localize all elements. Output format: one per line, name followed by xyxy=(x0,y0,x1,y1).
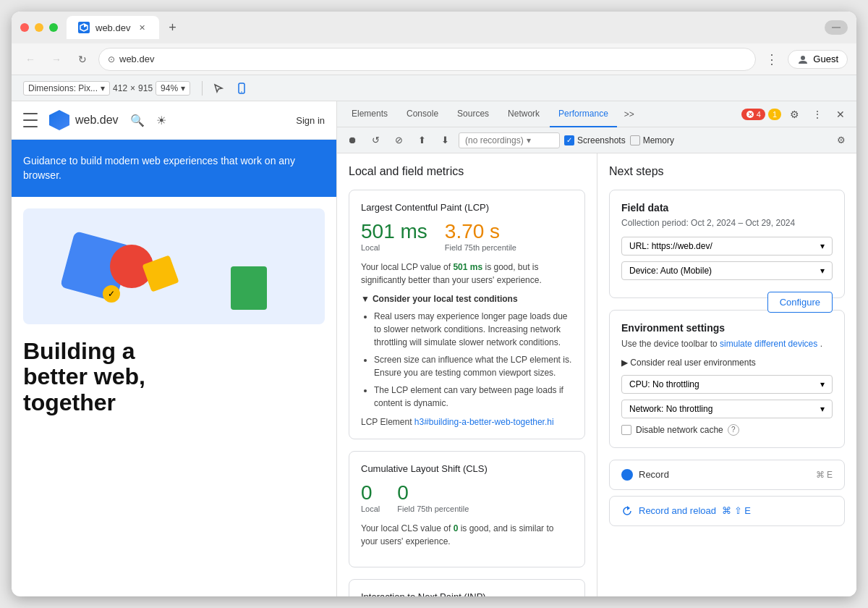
preview-illustration: ✓ xyxy=(23,208,325,324)
illustration-shape-4 xyxy=(231,266,267,310)
performance-toolbar: ⏺ ↺ ⊘ ⬆ ⬇ (no recordings) ▾ ✓ Screenshot… xyxy=(337,127,856,153)
performance-content: Local and field metrics Largest Contentf… xyxy=(337,153,856,596)
forward-button[interactable]: → xyxy=(46,49,67,69)
url-input[interactable]: ⊙ web.dev xyxy=(98,48,756,71)
record-reload-button[interactable]: Record and reload ⌘ ⇧ E xyxy=(609,496,845,526)
device-label: Device: Auto (Mobile) xyxy=(629,266,712,276)
field-data-card: Field data Collection period: Oct 2, 202… xyxy=(609,190,845,298)
zoom-value: 94% xyxy=(161,83,178,93)
chevron-down-icon: ▾ xyxy=(820,241,825,251)
toggle-device-button[interactable] xyxy=(231,78,252,98)
cls-description: Your local CLS value of 0 is good, and i… xyxy=(361,522,573,548)
lcp-local-group: 501 ms Local xyxy=(361,221,427,252)
devtools-settings-button[interactable]: ⚙ xyxy=(784,104,804,124)
zoom-dropdown[interactable]: 94% ▾ xyxy=(156,81,190,96)
maximize-window-button[interactable] xyxy=(49,23,58,32)
simulate-devices-link[interactable]: simulate different devices xyxy=(720,339,817,349)
configure-button[interactable]: Configure xyxy=(767,292,833,313)
upload-button[interactable]: ⬆ xyxy=(412,131,431,150)
inspect-element-button[interactable] xyxy=(208,78,229,98)
collection-period: Collection period: Oct 2, 2024 – Oct 29,… xyxy=(621,218,833,228)
checkbox-checked-icon: ✓ xyxy=(564,135,574,145)
devtools-tabs: Elements Console Sources Network Perform… xyxy=(337,101,856,127)
cpu-throttling-dropdown[interactable]: CPU: No throttling ▾ xyxy=(621,375,833,394)
warning-count-badge: 1 xyxy=(768,109,781,120)
consider-heading: ▼ Consider your local test conditions xyxy=(361,294,573,304)
main-area: web.dev 🔍 ☀ Sign in Guidance to build mo… xyxy=(12,101,856,596)
url-dropdown[interactable]: URL: https://web.dev/ ▾ xyxy=(621,237,833,256)
lcp-element-link[interactable]: h3#building-a-better-web-together.hi xyxy=(414,417,554,427)
minimize-window-button[interactable] xyxy=(35,23,43,32)
devtools-dimension-bar: Dimensions: Pix... ▾ 412 × 915 94% ▾ xyxy=(12,75,856,101)
preview-header: web.dev 🔍 ☀ Sign in xyxy=(12,101,336,140)
cls-local-value: 0 xyxy=(361,483,380,503)
disable-cache-checkbox[interactable]: Disable network cache ? xyxy=(621,424,833,436)
dimensions-label: Dimensions: Pix... xyxy=(28,83,98,93)
recordings-dropdown[interactable]: (no recordings) ▾ xyxy=(459,132,560,148)
reload-button[interactable]: ↻ xyxy=(72,49,93,69)
record-dot-icon xyxy=(621,469,633,481)
record-button[interactable]: Record ⌘ E xyxy=(609,460,845,490)
back-button[interactable]: ← xyxy=(20,49,41,69)
reload-icon xyxy=(621,505,633,517)
lcp-local-value: 501 ms xyxy=(361,221,427,242)
chevron-down-icon: ▾ xyxy=(101,83,105,93)
browser-tab[interactable]: web.dev ✕ xyxy=(67,16,159,39)
checkbox-unchecked-icon xyxy=(630,135,640,145)
theme-toggle-icon[interactable]: ☀ xyxy=(156,114,166,127)
dimensions-section: Dimensions: Pix... ▾ 412 × 915 94% ▾ xyxy=(17,81,196,96)
browser-more-button[interactable]: ⋮ xyxy=(762,49,782,69)
devtools-more-button[interactable]: ⋮ xyxy=(807,104,827,124)
cpu-label: CPU: No throttling xyxy=(629,379,699,389)
tab-elements[interactable]: Elements xyxy=(343,101,396,127)
clear-button[interactable]: ⊘ xyxy=(389,131,408,150)
dimensions-dropdown[interactable]: Dimensions: Pix... ▾ xyxy=(23,81,110,96)
download-button[interactable]: ⬇ xyxy=(435,131,454,150)
lcp-field-value: 3.70 s xyxy=(445,221,516,242)
devtools-panel: Elements Console Sources Network Perform… xyxy=(337,101,856,596)
record-circle-button[interactable]: ⏺ xyxy=(343,131,362,150)
devtools-close-button[interactable]: ✕ xyxy=(830,104,851,124)
chevron-down-icon: ▾ xyxy=(527,135,531,145)
more-tabs-button[interactable]: >> xyxy=(618,101,640,127)
guest-profile-button[interactable]: Guest xyxy=(788,50,848,69)
webdev-logo: web.dev xyxy=(49,110,119,130)
consider-real-environments[interactable]: ▶ Consider real user environments xyxy=(621,358,833,368)
sign-in-link[interactable]: Sign in xyxy=(296,115,325,126)
tab-network[interactable]: Network xyxy=(499,101,548,127)
consider-bullets: Real users may experience longer page lo… xyxy=(361,310,573,410)
cls-field-value: 0 xyxy=(397,483,469,503)
reload-record-button[interactable]: ↺ xyxy=(366,131,385,150)
preview-heading: Building a better web, together xyxy=(23,339,325,415)
nextsteps-panel: Next steps Field data Collection period:… xyxy=(597,153,856,596)
url-security-icon: ⊙ xyxy=(108,54,115,64)
search-icon[interactable]: 🔍 xyxy=(130,114,145,127)
window-resize-control[interactable] xyxy=(825,20,848,35)
record-reload-shortcut: ⌘ ⇧ E xyxy=(722,505,751,516)
chevron-down-icon: ▾ xyxy=(820,379,825,389)
tab-console[interactable]: Console xyxy=(398,101,447,127)
hamburger-menu-icon[interactable] xyxy=(23,113,38,127)
tab-close-button[interactable]: ✕ xyxy=(136,22,148,33)
device-dropdown[interactable]: Device: Auto (Mobile) ▾ xyxy=(621,261,833,280)
screenshots-checkbox[interactable]: ✓ Screenshots xyxy=(564,135,626,145)
network-throttling-dropdown[interactable]: Network: No throttling ▾ xyxy=(621,400,833,418)
new-tab-button[interactable]: + xyxy=(162,17,182,38)
triangle-icon: ▼ xyxy=(361,294,370,304)
record-reload-label: Record and reload xyxy=(639,505,716,516)
error-icon: ✕ xyxy=(746,110,754,119)
perf-settings-button[interactable]: ⚙ xyxy=(832,131,851,150)
memory-checkbox[interactable]: Memory xyxy=(630,135,674,145)
lcp-description: Your local LCP value of 501 ms is good, … xyxy=(361,261,573,287)
tab-sources[interactable]: Sources xyxy=(448,101,498,127)
record-shortcut: ⌘ E xyxy=(816,470,833,480)
lcp-local-label: Local xyxy=(361,243,427,252)
tab-performance[interactable]: Performance xyxy=(550,101,617,127)
tab-title: web.dev xyxy=(95,22,130,33)
help-icon[interactable]: ? xyxy=(728,424,739,436)
close-window-button[interactable] xyxy=(20,23,29,32)
chevron-down-icon: ▾ xyxy=(181,83,185,93)
record-label: Record xyxy=(639,469,669,480)
traffic-lights xyxy=(20,23,58,32)
lcp-card: Largest Contentful Paint (LCP) 501 ms Lo… xyxy=(349,190,585,439)
